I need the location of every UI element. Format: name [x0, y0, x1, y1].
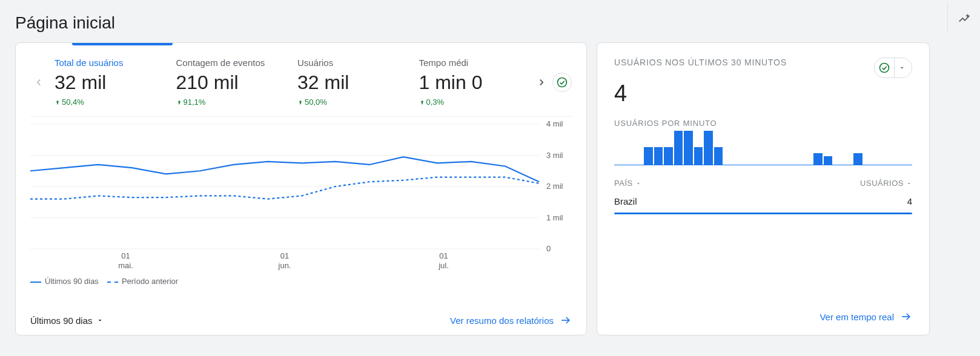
- view-realtime-link[interactable]: Ver em tempo real: [819, 311, 912, 323]
- chevron-down-icon[interactable]: [894, 58, 909, 77]
- legend-previous: Período anterior: [122, 277, 178, 286]
- date-range-select[interactable]: Últimos 90 dias: [30, 315, 104, 326]
- metric-value: 210 mil: [176, 71, 283, 94]
- active-tab-indicator: [72, 43, 173, 45]
- metric-delta: 0,3%: [419, 97, 526, 107]
- overview-chart: 4 mil3 mil2 mil1 mil001mai.01jun.01jul.: [16, 117, 586, 273]
- country-row[interactable]: Brazil4: [614, 196, 912, 206]
- data-quality-icon[interactable]: [552, 73, 572, 92]
- svg-text:0: 0: [546, 244, 551, 253]
- country-column-header[interactable]: PAÍS: [614, 179, 641, 188]
- users-per-minute-sparkline: [614, 129, 912, 165]
- chart-legend: Últimos 90 dias Período anterior: [16, 273, 586, 288]
- svg-text:4 mil: 4 mil: [546, 120, 563, 128]
- metric-tab-3[interactable]: Tempo médi1 min 00,3%: [412, 58, 534, 107]
- svg-text:3 mil: 3 mil: [546, 151, 563, 160]
- realtime-users-value: 4: [614, 81, 912, 107]
- realtime-card: USUÁRIOS NOS ÚLTIMOS 30 MINUTOS 4 USUÁRI…: [597, 42, 930, 335]
- metric-tab-0[interactable]: Total de usuários32 mil50,4%: [47, 58, 169, 107]
- legend-current: Últimos 90 dias: [45, 277, 99, 286]
- metric-label: Total de usuários: [55, 58, 162, 68]
- metrics-next-button[interactable]: [533, 74, 550, 91]
- view-reports-label: Ver resumo dos relatórios: [450, 315, 554, 326]
- svg-text:01: 01: [280, 251, 289, 260]
- metric-label: Usuários: [297, 58, 405, 68]
- country-users: 4: [907, 196, 912, 206]
- view-realtime-label: Ver em tempo real: [819, 312, 894, 322]
- svg-text:jun.: jun.: [278, 261, 291, 270]
- svg-text:01: 01: [439, 251, 448, 260]
- page-title: Página inicial: [15, 13, 115, 33]
- svg-text:01: 01: [121, 251, 130, 260]
- metric-value: 1 min 0: [419, 71, 526, 94]
- metric-value: 32 mil: [55, 71, 162, 94]
- users-per-minute-label: USUÁRIOS POR MINUTO: [614, 119, 912, 128]
- svg-text:1 mil: 1 mil: [546, 213, 563, 222]
- svg-text:mai.: mai.: [118, 261, 133, 270]
- metric-delta: 50,0%: [297, 97, 405, 107]
- date-range-label: Últimos 90 dias: [30, 315, 93, 326]
- view-reports-link[interactable]: Ver resumo dos relatórios: [450, 314, 572, 326]
- users-column-header[interactable]: USUÁRIOS: [860, 179, 912, 188]
- realtime-quality-menu[interactable]: [874, 58, 912, 78]
- svg-point-0: [558, 77, 567, 87]
- overview-card: Total de usuários32 mil50,4%Contagem de …: [15, 42, 587, 335]
- metric-value: 32 mil: [297, 71, 405, 94]
- insights-icon[interactable]: [947, 2, 980, 31]
- metric-label: Tempo médi: [419, 58, 526, 68]
- metric-label: Contagem de eventos: [176, 58, 283, 68]
- country-name: Brazil: [614, 196, 637, 206]
- svg-point-18: [880, 64, 889, 73]
- realtime-title: USUÁRIOS NOS ÚLTIMOS 30 MINUTOS: [614, 58, 787, 67]
- metric-tab-2[interactable]: Usuários32 mil50,0%: [290, 58, 412, 107]
- svg-text:2 mil: 2 mil: [546, 182, 563, 191]
- svg-text:jul.: jul.: [438, 261, 449, 270]
- metric-delta: 91,1%: [176, 97, 283, 107]
- metrics-prev-button: [30, 74, 47, 91]
- metric-tab-1[interactable]: Contagem de eventos210 mil91,1%: [169, 58, 291, 107]
- country-bar: [614, 213, 912, 214]
- metric-delta: 50,4%: [55, 97, 162, 107]
